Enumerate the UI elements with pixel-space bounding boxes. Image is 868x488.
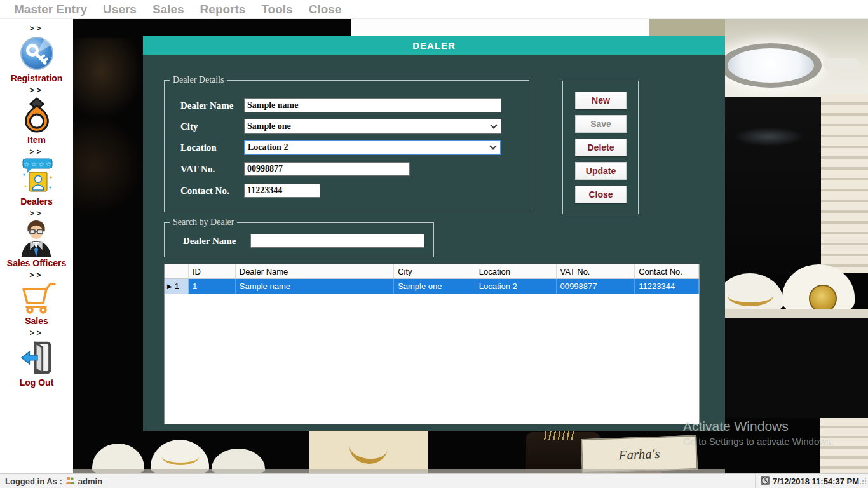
users-icon — [65, 476, 75, 486]
contact-no-label: Contact No. — [180, 186, 244, 196]
sidebar-item-registration[interactable]: >> Registration — [11, 22, 63, 83]
search-dealer-name-label: Dealer Name — [183, 236, 250, 247]
photo-slat-panel — [821, 94, 868, 273]
search-by-dealer-group: Search by Dealer Dealer Name — [164, 222, 434, 257]
menu-users[interactable]: Users — [103, 3, 137, 17]
status-bar: Logged in As : admin 7/12/2018 11:54: — [0, 473, 868, 488]
shop-sign-text: Farha's — [618, 445, 660, 463]
sidebar-separator: >> — [29, 24, 43, 33]
menu-bar: Master Entry Users Sales Reports Tools C… — [0, 0, 868, 19]
sidebar-item-label: Item — [27, 135, 46, 145]
dealer-grid: ID Dealer Name City Location VAT No. Con… — [164, 264, 700, 424]
resize-grip[interactable] — [859, 477, 867, 487]
grid-header-contact-no[interactable]: Contact No. — [635, 264, 699, 278]
save-button[interactable]: Save — [575, 115, 627, 133]
photo-shadow — [73, 114, 143, 216]
clock-icon — [761, 476, 770, 487]
dealer-name-label: Dealer Name — [180, 100, 244, 111]
vat-no-input[interactable] — [244, 162, 410, 176]
sidebar-item-label: Sales — [25, 316, 48, 326]
grid-header-rowselector — [165, 264, 189, 278]
dealer-badge-icon: ☆ ☆ ☆ ☆ — [18, 158, 56, 195]
photo-dark-interior — [725, 97, 822, 274]
ring-icon — [19, 97, 55, 133]
gold-necklace — [728, 285, 773, 306]
sales-officer-icon — [16, 220, 57, 257]
chevron-down-icon — [490, 121, 497, 128]
location-label: Location — [180, 142, 244, 153]
cell-contact-no: 11223344 — [635, 279, 699, 294]
dealer-name-input[interactable] — [244, 98, 501, 112]
sidebar-item-item[interactable]: >> Item — [19, 83, 55, 145]
dealer-dialog: DEALER Dealer Details Dealer Name City S… — [143, 36, 725, 431]
datetime-text: 7/12/2018 11:54:37 PM — [773, 477, 859, 486]
logged-in-user: admin — [78, 477, 102, 486]
sidebar-item-label: Dealers — [20, 196, 53, 207]
display-floor-edge — [73, 469, 725, 473]
grid-header-location[interactable]: Location — [475, 264, 557, 278]
row-selector-cell[interactable]: ▶ 1 — [165, 279, 189, 294]
photo-ceiling-khaki — [649, 19, 726, 36]
shopping-cart-icon — [17, 281, 57, 315]
sidebar-separator: >> — [29, 271, 43, 280]
location-select[interactable]: Location 2 — [244, 140, 501, 155]
photo-slat-panel — [820, 418, 868, 473]
sidebar-separator: >> — [29, 329, 43, 337]
table-row[interactable]: ▶ 1 1 Sample name Sample one Location 2 … — [165, 279, 699, 294]
menu-reports[interactable]: Reports — [200, 3, 246, 17]
grid-header-vat-no[interactable]: VAT No. — [557, 264, 635, 278]
sidebar-item-dealers[interactable]: >> ☆ ☆ ☆ ☆ Dealers — [18, 145, 56, 207]
cell-vat-no: 00998877 — [557, 279, 635, 294]
logged-in-status: Logged in As : admin — [0, 476, 102, 486]
dialog-titlebar: DEALER — [143, 36, 725, 55]
sidebar-separator: >> — [29, 86, 43, 95]
current-row-marker-icon: ▶ — [167, 283, 172, 290]
menu-close[interactable]: Close — [309, 3, 342, 17]
svg-text:☆ ☆ ☆ ☆: ☆ ☆ ☆ ☆ — [23, 161, 51, 168]
grid-header-dealer-name[interactable]: Dealer Name — [236, 264, 394, 278]
cell-dealer-name: Sample name — [236, 279, 394, 294]
update-button[interactable]: Update — [575, 162, 627, 180]
sidebar-separator: >> — [29, 209, 43, 218]
dealer-details-group: Dealer Details Dealer Name City Sample o… — [164, 80, 529, 212]
display-shelf — [714, 309, 868, 318]
contact-no-input[interactable] — [244, 184, 320, 198]
grid-header-id[interactable]: ID — [189, 264, 236, 278]
sidebar-item-sales-officers[interactable]: >> Sales Officers — [7, 207, 66, 268]
search-dealer-name-input[interactable] — [250, 234, 424, 248]
sidebar-item-label: Log Out — [20, 377, 54, 388]
row-number: 1 — [175, 281, 179, 291]
sidebar-item-label: Sales Officers — [7, 258, 66, 268]
action-button-panel: New Save Delete Update Close — [562, 81, 639, 214]
menu-master-entry[interactable]: Master Entry — [14, 3, 87, 17]
group-legend: Dealer Details — [170, 75, 227, 85]
sidebar-item-label: Registration — [11, 73, 63, 83]
city-select[interactable]: Sample one — [244, 119, 501, 134]
app-window: Master Entry Users Sales Reports Tools C… — [0, 0, 868, 488]
grid-header-row: ID Dealer Name City Location VAT No. Con… — [165, 264, 699, 279]
group-legend: Search by Dealer — [170, 217, 237, 227]
sidebar-item-log-out[interactable]: >> Log Out — [18, 326, 55, 388]
logged-in-label: Logged in As : — [5, 477, 62, 486]
sidebar-item-sales[interactable]: >> Sales — [17, 268, 57, 326]
grid-header-city[interactable]: City — [394, 264, 475, 278]
shop-sign: Farha's — [581, 435, 698, 473]
vat-no-label: VAT No. — [180, 164, 244, 175]
close-button[interactable]: Close — [575, 186, 627, 203]
menu-tools[interactable]: Tools — [261, 3, 292, 17]
logout-door-icon — [18, 339, 55, 376]
gold-necklace — [162, 449, 199, 465]
dialog-title: DEALER — [412, 40, 456, 51]
delete-button[interactable]: Delete — [575, 139, 627, 156]
menu-sales[interactable]: Sales — [153, 3, 184, 17]
photo-shadow — [73, 38, 143, 121]
city-label: City — [180, 121, 244, 132]
ceiling-light-small — [823, 58, 860, 70]
sidebar-separator: >> — [29, 147, 43, 156]
location-select-value: Location 2 — [248, 142, 288, 152]
key-icon — [19, 35, 55, 72]
sidebar: >> Registration >> — [0, 19, 73, 473]
datetime-status: 7/12/2018 11:54:37 PM — [755, 474, 868, 488]
chevron-down-icon — [489, 142, 496, 149]
new-button[interactable]: New — [575, 92, 627, 109]
